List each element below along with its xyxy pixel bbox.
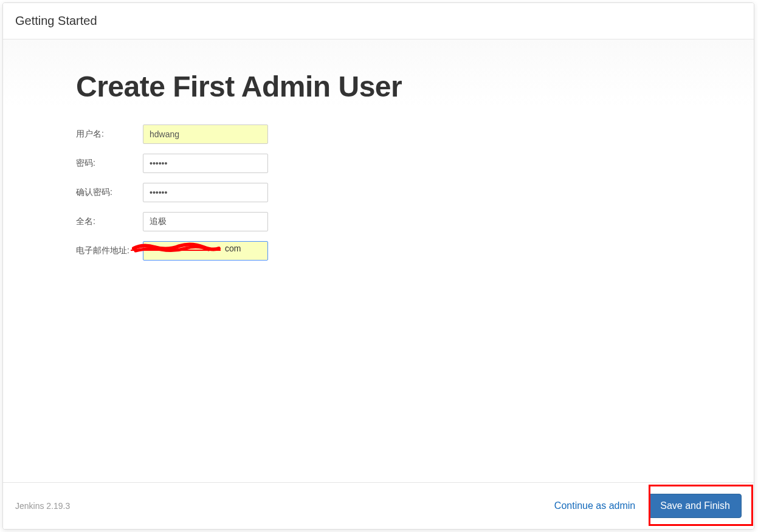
username-label: 用户名: [76, 129, 143, 140]
email-input[interactable] [143, 241, 268, 261]
fullname-row: 全名: [76, 212, 681, 231]
save-and-finish-button[interactable]: Save and Finish [649, 494, 742, 518]
page-title: Create First Admin User [76, 70, 681, 103]
password-label: 密码: [76, 158, 143, 169]
content-area: Create First Admin User 用户名: 密码: 确认密码: 全… [3, 39, 754, 482]
username-row: 用户名: [76, 124, 681, 144]
fullname-label: 全名: [76, 216, 143, 227]
email-label: 电子邮件地址: [76, 245, 143, 256]
confirm-password-row: 确认密码: [76, 183, 681, 202]
footer-actions: Continue as admin Save and Finish [552, 494, 742, 518]
confirm-password-input[interactable] [143, 183, 268, 202]
header-title: Getting Started [15, 14, 742, 28]
fullname-input[interactable] [143, 212, 268, 231]
modal-header: Getting Started [3, 3, 754, 39]
password-row: 密码: [76, 154, 681, 173]
setup-wizard-modal: Getting Started Create First Admin User … [2, 2, 754, 530]
email-row: 电子邮件地址: com [76, 241, 681, 261]
username-input[interactable] [143, 124, 268, 144]
modal-footer: Jenkins 2.19.3 Continue as admin Save an… [3, 482, 754, 529]
version-label: Jenkins 2.19.3 [15, 501, 70, 511]
continue-as-admin-button[interactable]: Continue as admin [552, 496, 638, 516]
confirm-password-label: 确认密码: [76, 187, 143, 198]
password-input[interactable] [143, 154, 268, 173]
